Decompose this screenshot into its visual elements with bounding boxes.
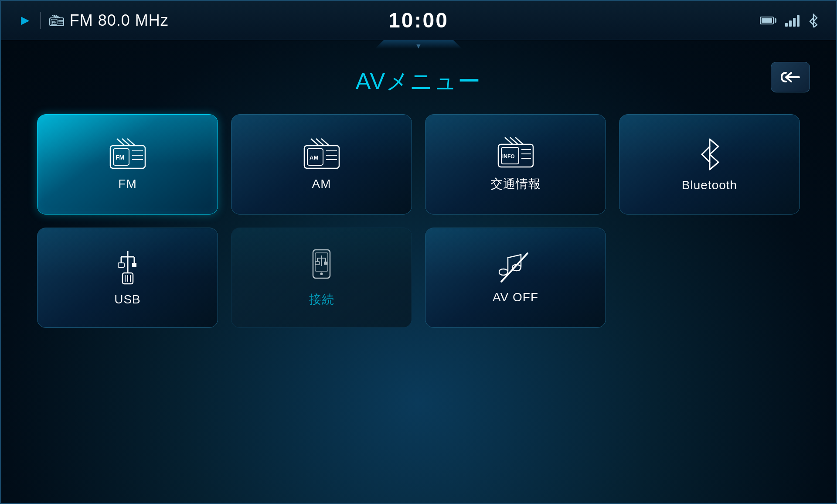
status-left: ► FM FM 80.0 MHz: [18, 11, 169, 30]
usb-icon: [115, 249, 141, 286]
screen: ► FM FM 80.0 MHz: [0, 0, 837, 504]
status-center: 10:00: [388, 8, 449, 32]
svg-text:FM: FM: [116, 154, 124, 161]
bluetooth-label: Bluetooth: [682, 178, 737, 192]
fm-frequency: FM 80.0 MHz: [70, 11, 169, 30]
svg-line-28: [510, 137, 518, 144]
svg-point-50: [320, 272, 323, 275]
svg-line-18: [311, 139, 319, 146]
svg-rect-49: [315, 253, 328, 271]
page-title: AVメニュー: [356, 66, 482, 97]
svg-rect-43: [132, 263, 136, 267]
fm-label: FM: [118, 177, 136, 191]
svg-rect-54: [315, 262, 320, 265]
bluetooth-icon: [697, 137, 723, 172]
battery-body: [760, 17, 774, 24]
signal-bar-3: [793, 18, 796, 27]
svg-line-11: [127, 139, 135, 146]
signal-icon: [785, 14, 800, 27]
svg-line-20: [321, 139, 329, 146]
svg-line-29: [515, 137, 523, 144]
svg-line-19: [316, 139, 324, 146]
am-label: AM: [312, 177, 331, 191]
avoff-label: AV OFF: [493, 290, 538, 304]
svg-rect-13: [113, 149, 129, 165]
back-arrow-icon: [777, 68, 803, 86]
radio-info: FM FM 80.0 MHz: [49, 11, 169, 30]
fm-radio-icon: FM: [108, 138, 147, 170]
status-bar: ► FM FM 80.0 MHz: [1, 1, 836, 40]
back-button[interactable]: [771, 62, 810, 92]
traffic-button[interactable]: INFO 交通情報: [425, 114, 606, 215]
usb-button[interactable]: USB: [37, 228, 218, 328]
svg-rect-48: [313, 250, 330, 278]
svg-line-36: [702, 146, 710, 154]
signal-bar-1: [785, 23, 788, 27]
svg-line-9: [117, 139, 125, 146]
svg-text:FM: FM: [52, 21, 56, 24]
svg-rect-31: [501, 147, 519, 164]
bluetooth-button[interactable]: Bluetooth: [619, 114, 800, 215]
nav-icon: ►: [18, 12, 32, 28]
svg-line-57: [501, 253, 527, 282]
svg-text:INFO: INFO: [502, 153, 515, 160]
svg-line-27: [505, 137, 513, 144]
radio-status-icon: FM: [49, 14, 65, 27]
bluetooth-status-icon: [808, 14, 819, 27]
battery-tip: [775, 18, 776, 23]
connect-label: 接続: [309, 291, 334, 308]
svg-line-10: [122, 139, 130, 146]
clock: 10:00: [388, 9, 449, 32]
am-radio-icon: AM: [302, 138, 341, 170]
svg-rect-22: [307, 149, 323, 165]
battery-fill: [762, 18, 772, 23]
battery-icon: [760, 17, 776, 24]
traffic-radio-icon: INFO: [496, 136, 535, 169]
notch: ▼: [1, 40, 836, 53]
divider: [40, 12, 41, 29]
menu-grid: FM FM AM: [37, 114, 800, 328]
usb-label: USB: [114, 293, 141, 306]
am-button[interactable]: AM AM: [231, 114, 412, 215]
avoff-icon: [497, 251, 534, 284]
main-content: AVメニュー FM: [1, 53, 836, 503]
svg-line-37: [702, 154, 710, 162]
notch-arrow: ▼: [415, 42, 422, 50]
svg-text:AM: AM: [310, 154, 318, 161]
traffic-label: 交通情報: [490, 176, 541, 192]
signal-bar-2: [789, 20, 792, 27]
svg-rect-41: [118, 263, 124, 267]
status-right: [760, 14, 819, 27]
fm-button[interactable]: FM FM: [37, 114, 218, 215]
signal-bar-4: [797, 15, 800, 27]
phone-connect-icon: [310, 248, 333, 285]
connect-button[interactable]: 接続: [231, 228, 412, 328]
avoff-button[interactable]: AV OFF: [425, 228, 606, 328]
svg-rect-56: [324, 262, 327, 265]
svg-rect-30: [498, 144, 533, 167]
